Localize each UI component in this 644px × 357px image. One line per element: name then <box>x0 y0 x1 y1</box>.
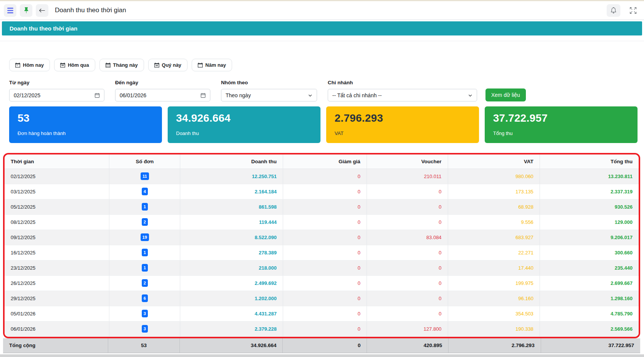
calendar-icon <box>15 63 20 68</box>
cell-total: 4.785.790 <box>540 306 639 321</box>
cell-vat: 354.503 <box>448 306 540 321</box>
cell-date: 05/12/2025 <box>5 199 109 214</box>
cell-date: 29/12/2025 <box>5 291 109 306</box>
pin-button[interactable] <box>20 4 32 17</box>
quick-filter-label: Tháng này <box>113 62 138 68</box>
column-header-discount[interactable]: Giảm giá <box>283 154 367 169</box>
cell-vat: 190.338 <box>448 321 540 336</box>
cell-orders: 1 <box>109 199 180 214</box>
cell-orders: 2 <box>109 275 180 291</box>
cell-voucher: 0 <box>367 199 448 214</box>
quick-filter-this-quarter[interactable]: Quý này <box>148 59 187 71</box>
cell-total: 9.206.017 <box>540 230 639 245</box>
chevron-down-icon <box>308 93 312 98</box>
branch-select[interactable]: -- Tất cả chi nhánh -- <box>328 89 477 101</box>
column-header-vat[interactable]: VAT <box>448 154 540 169</box>
calendar-icon <box>200 93 206 98</box>
calendar-icon <box>198 63 203 68</box>
table-row: 16/12/20251278.3890022.271300.660 <box>5 245 639 260</box>
quick-filter-this-month[interactable]: Tháng này <box>99 59 144 71</box>
cell-revenue: 12.250.751 <box>180 169 283 184</box>
revenue-table: Thời gian Số đơn Doanh thu Giảm giá Vouc… <box>5 154 639 337</box>
cell-vat: 96.160 <box>448 291 540 306</box>
totals-discount: 0 <box>283 338 367 353</box>
cell-discount: 0 <box>283 260 367 275</box>
table-row: 06/01/202632.379.2280127.800190.3382.569… <box>5 321 639 336</box>
table-row: 09/12/2025198.522.090083.084683.9279.206… <box>5 230 639 245</box>
cell-discount: 0 <box>283 291 367 306</box>
order-count-badge: 1 <box>142 249 148 256</box>
order-count-badge: 3 <box>142 325 148 333</box>
fullscreen-button[interactable] <box>627 5 639 16</box>
quick-filter-yesterday[interactable]: Hôm qua <box>54 59 95 71</box>
order-count-badge: 1 <box>142 203 148 211</box>
cell-total: 1.298.160 <box>540 291 639 306</box>
quick-filter-label: Năm nay <box>205 62 226 68</box>
cell-voucher: 0 <box>367 291 448 306</box>
quick-filter-label: Quý này <box>162 62 181 68</box>
annotation-red-box: Thời gian Số đơn Doanh thu Giảm giá Vouc… <box>3 153 640 338</box>
group-by-select[interactable]: Theo ngày <box>221 89 317 101</box>
card-value: 53 <box>18 112 154 124</box>
cell-revenue: 2.164.184 <box>180 184 283 199</box>
section-divider <box>0 41 644 41</box>
calendar-icon <box>106 63 111 68</box>
cell-voucher: 210.011 <box>367 169 448 184</box>
column-header-revenue[interactable]: Doanh thu <box>180 154 283 169</box>
notifications-button[interactable] <box>607 4 620 17</box>
quick-filter-label: Hôm qua <box>68 62 89 68</box>
cell-discount: 0 <box>283 169 367 184</box>
group-by-label: Nhóm theo <box>221 80 317 85</box>
cell-voucher: 0 <box>367 184 448 199</box>
cell-vat: 173.135 <box>448 184 540 199</box>
column-header-total[interactable]: Tổng thu <box>540 154 639 169</box>
order-count-badge: 19 <box>141 233 149 241</box>
order-count-badge: 2 <box>142 279 148 287</box>
quick-filter-this-year[interactable]: Năm nay <box>192 59 232 71</box>
totals-revenue: 34.926.664 <box>179 338 283 353</box>
bell-icon <box>610 7 617 13</box>
quick-filter-label: Hôm nay <box>23 62 44 68</box>
cell-date: 05/01/2026 <box>5 306 109 321</box>
window-bottom-edge <box>0 354 644 357</box>
cell-vat: 68.928 <box>448 199 540 214</box>
cell-discount: 0 <box>283 230 367 245</box>
back-button[interactable] <box>36 4 48 17</box>
quick-filter-today[interactable]: Hôm nay <box>9 59 50 71</box>
table-row: 23/12/20251218.0000017.440235.440 <box>5 260 639 275</box>
cell-total: 2.569.566 <box>540 321 639 336</box>
summary-card-revenue: 34.926.664 Doanh thu <box>168 106 320 143</box>
view-data-button[interactable]: Xem dữ liệu <box>485 88 526 101</box>
cell-discount: 0 <box>283 214 367 230</box>
calendar-icon <box>154 63 159 68</box>
from-date-input[interactable]: 02/12/2025 <box>9 89 104 101</box>
table-row: 26/12/202522.499.69200199.9752.699.667 <box>5 275 639 291</box>
cell-orders: 1 <box>109 260 180 275</box>
column-header-voucher[interactable]: Voucher <box>367 154 448 169</box>
cell-orders: 2 <box>109 214 180 230</box>
cell-date: 16/12/2025 <box>5 245 109 260</box>
column-header-orders[interactable]: Số đơn <box>109 154 180 169</box>
cell-orders: 11 <box>109 169 180 184</box>
summary-card-vat: 2.796.293 VAT <box>326 106 479 143</box>
cell-vat: 980.060 <box>448 169 540 184</box>
cell-vat: 199.975 <box>448 275 540 291</box>
cell-date: 02/12/2025 <box>5 169 109 184</box>
column-header-time[interactable]: Thời gian <box>5 154 109 169</box>
cell-discount: 0 <box>283 184 367 199</box>
cell-revenue: 2.499.692 <box>180 275 283 291</box>
menu-button[interactable] <box>4 4 16 17</box>
cell-voucher: 0 <box>367 260 448 275</box>
table-body: 02/12/20251112.250.7510210.011980.06013.… <box>5 169 639 336</box>
cell-total: 13.230.811 <box>540 169 639 184</box>
cell-date: 09/12/2025 <box>5 230 109 245</box>
to-date-value: 06/01/2026 <box>120 92 146 98</box>
cell-vat: 9.556 <box>448 214 540 230</box>
menu-icon <box>7 8 13 13</box>
cell-voucher: 0 <box>367 275 448 291</box>
report-title-banner: Doanh thu theo thời gian <box>2 21 642 35</box>
to-date-input[interactable]: 06/01/2026 <box>115 89 210 101</box>
cell-revenue: 2.379.228 <box>180 321 283 336</box>
cell-revenue: 4.431.287 <box>180 306 283 321</box>
order-count-badge: 6 <box>142 294 148 302</box>
